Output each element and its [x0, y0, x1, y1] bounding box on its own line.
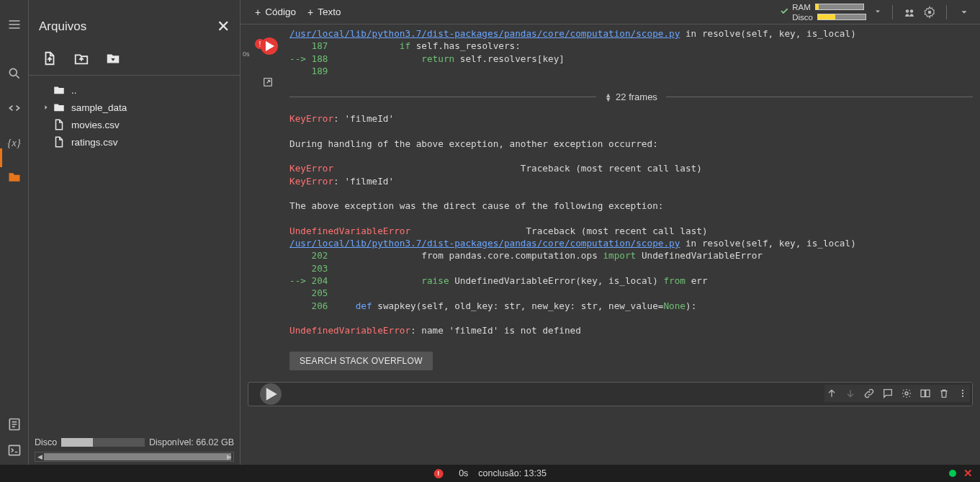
comment-icon[interactable] [882, 388, 894, 399]
close-icon[interactable]: ✕ [963, 467, 973, 480]
run-button[interactable] [260, 383, 282, 405]
document-icon[interactable] [7, 417, 22, 432]
ram-label: RAM [792, 3, 811, 12]
search-stack-overflow-button[interactable]: SEARCH STACK OVERFLOW [289, 352, 433, 370]
upload-file-icon[interactable] [42, 50, 58, 66]
main-area: + Código + Texto RAM Disco [240, 0, 980, 465]
scroll-left-icon[interactable]: ◀ [35, 452, 44, 461]
disk-usage-bar [61, 438, 145, 447]
add-code-label: Código [265, 6, 296, 17]
file-toolbar [29, 42, 240, 71]
status-time: 0s [459, 468, 468, 478]
svg-point-3 [906, 9, 909, 13]
file-label: movies.csv [71, 120, 227, 130]
add-text-button[interactable]: + Texto [302, 4, 346, 21]
svg-point-5 [928, 10, 932, 14]
close-icon[interactable]: ✕ [217, 17, 230, 36]
divider [892, 5, 893, 19]
chevron-right-icon[interactable] [42, 103, 50, 112]
chevron-down-icon[interactable] [957, 7, 971, 17]
menu-icon[interactable] [7, 17, 22, 32]
resource-indicator[interactable]: RAM Disco [792, 3, 866, 22]
svg-rect-8 [921, 390, 925, 396]
check-icon [779, 6, 789, 19]
file-panel: Arquivos ✕ .. sample_data [29, 0, 240, 465]
refresh-icon[interactable] [73, 50, 89, 66]
output-focus-icon[interactable] [262, 76, 274, 88]
expand-icon: ▲▼ [605, 93, 611, 102]
left-rail: {x} [0, 0, 29, 465]
share-icon[interactable] [903, 6, 916, 19]
more-icon[interactable] [957, 388, 968, 399]
svg-point-4 [910, 9, 914, 13]
connection-status-icon[interactable] [949, 470, 956, 477]
disk-bar [817, 14, 866, 20]
disk-label: Disco [792, 13, 813, 22]
svg-point-10 [962, 390, 963, 391]
mount-drive-icon[interactable] [105, 50, 121, 66]
gear-icon[interactable] [923, 6, 936, 19]
file-label: ratings.csv [71, 137, 227, 148]
variables-icon[interactable]: {x} [7, 135, 22, 150]
notebook-body: ! 0s /usr/local/lib/python3.7/dist-packa… [240, 24, 980, 465]
folder-up-icon [53, 84, 66, 97]
traceback-output: /usr/local/lib/python3.7/dist-packages/p… [243, 24, 973, 84]
spacer [42, 138, 50, 146]
file-movies-csv[interactable]: movies.csv [35, 116, 234, 133]
disk-label: Disco [35, 437, 57, 447]
search-icon[interactable] [7, 66, 22, 81]
svg-point-11 [962, 393, 963, 394]
chevron-down-icon[interactable] [873, 6, 882, 19]
disk-available: Disponível: 66.02 GB [149, 437, 234, 447]
top-toolbar: + Código + Texto RAM Disco [240, 0, 980, 24]
spacer [42, 86, 50, 94]
plus-icon: + [255, 6, 261, 18]
file-tree: .. sample_data movies.csv ratings.csv [29, 77, 240, 155]
run-button[interactable] [261, 37, 278, 55]
traceback-output: KeyError: 'filmeId' During handling of t… [243, 110, 973, 344]
move-up-icon[interactable] [826, 388, 837, 399]
move-down-icon[interactable] [845, 388, 856, 399]
cell-toolbar [824, 385, 970, 402]
gear-icon[interactable] [901, 388, 912, 399]
folder-icon [53, 101, 66, 114]
scrollbar-thumb[interactable] [44, 453, 231, 460]
active-tab-indicator [0, 148, 2, 167]
file-icon [53, 118, 66, 131]
file-icon [53, 135, 66, 148]
svg-point-7 [905, 392, 908, 395]
add-text-label: Texto [318, 6, 341, 17]
error-icon: ! [433, 469, 443, 478]
file-panel-title: Arquivos [39, 19, 86, 34]
terminal-icon[interactable] [7, 443, 22, 458]
traceback-link[interactable]: /usr/local/lib/python3.7/dist-packages/p… [289, 238, 680, 249]
ram-bar [815, 4, 864, 10]
code-snippets-icon[interactable] [7, 101, 22, 115]
divider [946, 5, 947, 19]
status-bar: ! 0s conclusão: 13:35 ✕ [0, 465, 980, 482]
svg-point-12 [962, 396, 963, 397]
output-cell: ! 0s /usr/local/lib/python3.7/dist-packa… [243, 24, 973, 378]
svg-rect-2 [9, 445, 19, 455]
status-completion: conclusão: 13:35 [478, 468, 547, 478]
file-label: sample_data [71, 102, 227, 113]
file-ratings-csv[interactable]: ratings.csv [35, 133, 234, 151]
divider [29, 75, 240, 76]
file-folder-sample-data[interactable]: sample_data [35, 99, 234, 116]
horizontal-scrollbar[interactable]: ◀ ▶ [35, 452, 234, 462]
delete-icon[interactable] [938, 388, 950, 399]
traceback-link[interactable]: /usr/local/lib/python3.7/dist-packages/p… [289, 28, 680, 39]
execution-time: 0s [243, 50, 250, 58]
svg-rect-9 [926, 390, 930, 396]
link-icon[interactable] [863, 388, 875, 399]
scroll-right-icon[interactable]: ▶ [225, 452, 233, 461]
frames-label: 22 frames [616, 92, 657, 102]
mirror-icon[interactable] [920, 388, 931, 399]
file-label: .. [71, 85, 227, 96]
file-parent-dir[interactable]: .. [35, 81, 234, 99]
frames-expander[interactable]: ▲▼ 22 frames [289, 92, 973, 102]
svg-point-0 [9, 68, 17, 76]
spacer [42, 120, 50, 129]
files-icon[interactable] [7, 170, 22, 184]
add-code-button[interactable]: + Código [249, 4, 302, 21]
